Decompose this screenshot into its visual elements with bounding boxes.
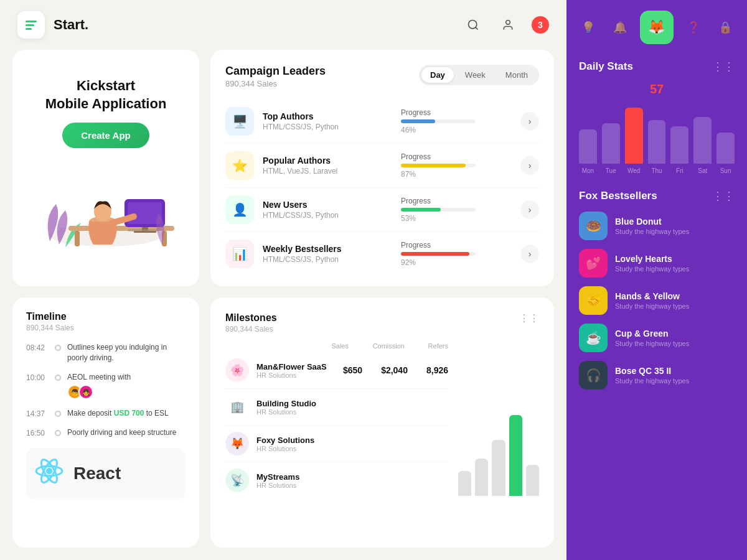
- leader-tech: HTML/CSS/JS, Python: [263, 211, 401, 220]
- leader-info: Top Authors HTML/CSS/JS, Python: [263, 111, 401, 131]
- milestone-chart-bar: [509, 415, 522, 496]
- fox-bestsellers-dots[interactable]: ⋮⋮: [712, 189, 735, 203]
- logo-line-1: [26, 21, 37, 22]
- milestone-icon: 🦊: [225, 432, 249, 455]
- leader-row: ⭐ Popular Authors HTML, VueJS, Laravel P…: [225, 144, 539, 188]
- bestseller-item: 🍩 Blue Donut Study the highway types: [579, 212, 735, 240]
- leader-name: New Users: [263, 200, 401, 210]
- progress-section: Progress 46%: [401, 108, 513, 134]
- milestones-dots[interactable]: ⋮⋮: [519, 312, 539, 324]
- progress-bar: [401, 119, 435, 123]
- leader-name: Top Authors: [263, 111, 401, 121]
- progress-bar-wrap: [401, 208, 476, 212]
- svg-point-0: [469, 21, 477, 29]
- col-refers: Refers: [423, 342, 448, 350]
- rt-icon-question[interactable]: ❓: [682, 16, 705, 39]
- rt-icon-bell[interactable]: 🔔: [609, 16, 631, 39]
- chevron-button[interactable]: ›: [520, 112, 539, 131]
- sales-value: $650: [343, 365, 362, 375]
- search-icon[interactable]: [462, 14, 484, 36]
- normal-bar: [693, 117, 712, 164]
- bestseller-item: 🤝 Hands & Yellow Study the highway types: [579, 286, 735, 315]
- progress-label: Progress: [401, 241, 513, 250]
- dot-1650: [55, 430, 61, 436]
- campaign-subtitle: 890,344 Sales: [225, 79, 326, 88]
- milestone-row: 🏢 Building Studio HR Solutions: [225, 389, 448, 426]
- progress-bar-wrap: [401, 164, 476, 167]
- bestseller-info: Hands & Yellow Study the highway types: [615, 291, 689, 310]
- bestseller-subtitle: Study the highway types: [615, 265, 689, 273]
- leader-icon: 👤: [225, 195, 254, 224]
- timeline-list: 08:42 Outlines keep you indulging in poo…: [26, 342, 186, 438]
- commission-value: $2,040: [381, 365, 408, 375]
- header: Start. 3: [0, 0, 566, 50]
- daily-stats-dots[interactable]: ⋮⋮: [712, 60, 735, 73]
- rt-icon-fox[interactable]: 🦊: [640, 11, 674, 44]
- timeline-title: Timeline: [26, 311, 186, 322]
- bestseller-item: 💕 Lovely Hearts Study the highway types: [579, 249, 735, 278]
- milestone-row: 🌸 Man&Flower SaaS HR Solutions $650 $2,0…: [225, 352, 448, 389]
- campaign-header: Campaign Leaders 890,344 Sales Day Week …: [225, 65, 539, 88]
- bestseller-subtitle: Study the highway types: [615, 377, 689, 385]
- bestseller-name: Lovely Hearts: [615, 254, 689, 264]
- text-1437: Make deposit USD 700 to ESL: [67, 408, 169, 419]
- logo-line-2: [26, 24, 34, 26]
- milestone-info: Building Studio HR Solutions: [256, 399, 316, 416]
- chevron-button[interactable]: ›: [520, 200, 539, 219]
- progress-bar: [401, 252, 469, 256]
- normal-bar: [670, 126, 688, 164]
- time-1650: 16:50: [26, 427, 49, 438]
- tab-month[interactable]: Month: [497, 67, 537, 83]
- period-tabs: Day Week Month: [419, 65, 539, 85]
- tab-week[interactable]: Week: [456, 67, 494, 83]
- bestseller-list: 🍩 Blue Donut Study the highway types 💕 L…: [579, 212, 735, 390]
- logo-line-3: [26, 28, 32, 30]
- campaign-title: Campaign Leaders: [225, 65, 326, 78]
- milestones-card: Milestones 890,344 Sales ⋮⋮ Sales Comiss…: [210, 297, 554, 548]
- milestone-icon: 🌸: [225, 358, 249, 382]
- progress-bar: [401, 208, 441, 212]
- rt-icon-lock[interactable]: 🔒: [714, 16, 736, 39]
- dot-1437: [55, 411, 61, 417]
- milestone-chart-bar: [526, 465, 539, 496]
- svg-point-2: [506, 21, 510, 25]
- text-1000: AEOL meeting with 👦 👧: [67, 372, 131, 400]
- milestone-name: Foxy Solutions: [256, 436, 314, 445]
- daily-stats-title: Daily Stats: [579, 60, 633, 73]
- milestone-rows: 🌸 Man&Flower SaaS HR Solutions $650 $2,0…: [225, 352, 448, 498]
- milestone-name: Man&Flower SaaS: [256, 362, 327, 371]
- svg-point-14: [46, 468, 52, 474]
- daily-bar-labels: MonTueWedThuFriSatSun: [579, 167, 735, 174]
- chevron-button[interactable]: ›: [520, 245, 539, 263]
- create-app-button[interactable]: Create App: [62, 123, 149, 148]
- header-right: 3: [462, 14, 549, 36]
- milestone-info: MyStreams HR Solutions: [256, 472, 299, 489]
- svg-rect-5: [75, 231, 80, 246]
- rt-icon-lightbulb[interactable]: 💡: [577, 16, 599, 39]
- notification-badge[interactable]: 3: [532, 16, 549, 34]
- user-icon[interactable]: [497, 14, 519, 36]
- react-label: React: [73, 464, 121, 483]
- leader-info: Popular Authors HTML, VueJS, Laravel: [263, 156, 401, 175]
- dot-0842: [55, 345, 61, 351]
- campaign-leaders-card: Campaign Leaders 890,344 Sales Day Week …: [210, 50, 554, 286]
- progress-pct: 53%: [401, 214, 513, 223]
- milestones-list: Sales Comission Refers 🌸 Man&Flower SaaS…: [225, 342, 448, 498]
- progress-bar-wrap: [401, 119, 476, 123]
- leader-name: Weekly Bestsellers: [263, 244, 401, 254]
- chevron-button[interactable]: ›: [520, 156, 539, 175]
- milestone-icon: 📡: [225, 469, 249, 492]
- normal-bar: [602, 123, 620, 164]
- leader-row: 👤 New Users HTML/CSS/JS, Python Progress…: [225, 188, 539, 232]
- bestseller-info: Blue Donut Study the highway types: [615, 217, 689, 235]
- bar-day-label: Sun: [716, 167, 735, 174]
- leader-tech: HTML, VueJS, Laravel: [263, 167, 401, 175]
- tab-day[interactable]: Day: [421, 67, 454, 83]
- app-title: Start.: [54, 17, 88, 33]
- col-sales: Sales: [317, 342, 349, 350]
- bar-day-label: Fri: [670, 167, 688, 174]
- bestseller-item: ☕ Cup & Green Study the highway types: [579, 324, 735, 352]
- timeline-item: 14:37 Make deposit USD 700 to ESL: [26, 408, 186, 419]
- bestseller-item: 🎧 Bose QC 35 II Study the highway types: [579, 361, 735, 390]
- daily-stats-section: Daily Stats ⋮⋮ 57 MonTueWedThuFriSatSun: [579, 60, 735, 174]
